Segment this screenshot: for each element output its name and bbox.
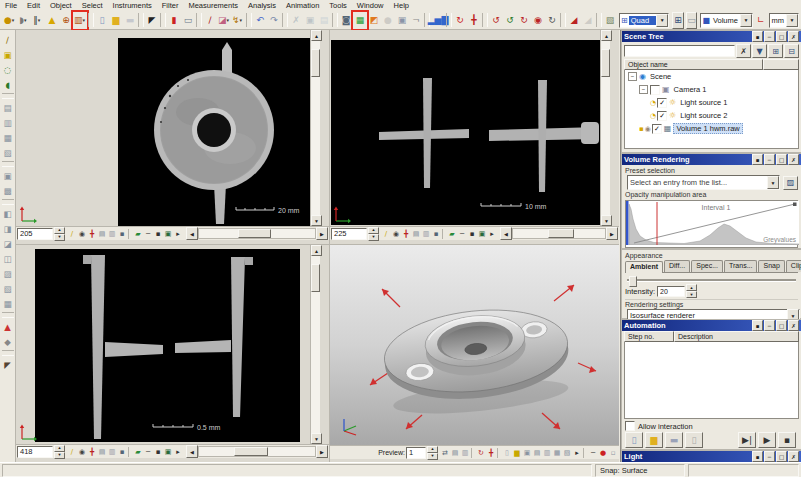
- dropdown-arrow-icon[interactable]: ▾: [83, 17, 86, 23]
- slice-index-field[interactable]: 225: [331, 228, 367, 240]
- rotate-x-icon[interactable]: ↺: [489, 12, 503, 29]
- overlay-dark-icon[interactable]: ▪: [153, 228, 163, 239]
- clear-filter-icon[interactable]: ✗: [736, 44, 751, 58]
- clip-more-icon[interactable]: ▸: [572, 447, 582, 458]
- scroll-track[interactable]: [311, 41, 320, 215]
- slice-canvas-area[interactable]: 0.5 mm ▲ ▼: [16, 245, 320, 444]
- roi-invert-icon[interactable]: ▨: [0, 266, 15, 281]
- roi-mask-icon[interactable]: ▣: [0, 168, 15, 183]
- unit-combo[interactable]: mm ▼: [769, 13, 800, 28]
- scene-tree-minimize-button[interactable]: ─: [764, 31, 775, 42]
- view-sheet2-icon[interactable]: ▥: [460, 447, 470, 458]
- slice-scrollbar[interactable]: ◀ ▶: [186, 228, 328, 239]
- histogram-icon[interactable]: ▂▅▇: [431, 12, 445, 29]
- scroll-track[interactable]: [601, 41, 610, 215]
- slice-pan-icon[interactable]: ╋: [87, 228, 97, 239]
- menu-select[interactable]: Select: [77, 1, 108, 10]
- tab-trans[interactable]: Trans...: [724, 260, 757, 272]
- draw-line-icon[interactable]: ∕: [203, 12, 217, 29]
- scroll-down-icon[interactable]: ▼: [311, 433, 322, 444]
- rotate-free-icon[interactable]: ↻: [545, 12, 559, 29]
- step-forward-icon[interactable]: ▶|: [738, 432, 756, 448]
- menu-filter[interactable]: Filter: [157, 1, 184, 10]
- automation-open-icon[interactable]: ▆: [645, 432, 663, 448]
- undo-icon[interactable]: ↶: [253, 12, 267, 29]
- slice-prev-icon[interactable]: ▤: [411, 228, 421, 239]
- volume-rendering-pin-button[interactable]: ▪: [752, 154, 763, 165]
- allow-interaction-checkbox[interactable]: [625, 421, 635, 431]
- vertical-splitter[interactable]: [329, 30, 330, 462]
- overlay-dark-icon[interactable]: ▪: [153, 446, 163, 457]
- roi-dilate-icon[interactable]: ◨: [0, 221, 15, 236]
- menu-tools[interactable]: Tools: [324, 1, 352, 10]
- clip-folder-icon[interactable]: ▆: [512, 447, 522, 458]
- 3d-canvas[interactable]: [330, 245, 619, 445]
- scene-tree-pin-button[interactable]: ▪: [752, 31, 763, 42]
- rotate-view-icon[interactable]: ◉: [531, 12, 545, 29]
- region-split-icon[interactable]: ▥: [0, 115, 15, 130]
- menu-instruments[interactable]: Instruments: [108, 1, 157, 10]
- view-pan-icon[interactable]: ╋: [486, 447, 496, 458]
- scroll-thumb[interactable]: [238, 229, 270, 238]
- menu-window[interactable]: Window: [352, 1, 389, 10]
- slice-pen-icon[interactable]: ∕: [67, 228, 77, 239]
- automation-titlebar[interactable]: Automation ▪─□✗: [622, 320, 801, 331]
- snapshot-icon[interactable]: ▣: [395, 12, 409, 29]
- scroll-down-icon[interactable]: ▼: [601, 215, 612, 226]
- note-icon[interactable]: ▭: [181, 12, 195, 29]
- slice-target-icon[interactable]: ◉: [77, 228, 87, 239]
- bookmark-icon[interactable]: ▮: [167, 12, 181, 29]
- sphere-view-icon[interactable]: ●: [381, 12, 395, 29]
- tree-expander-icon[interactable]: −: [639, 85, 648, 94]
- scroll-up-icon[interactable]: ▲: [601, 30, 612, 41]
- intensity-field[interactable]: 20: [657, 286, 685, 297]
- object-name-column[interactable]: Object name: [624, 59, 763, 70]
- view-layout-combo[interactable]: ⊞ Quad ▼: [619, 13, 669, 28]
- slice-pen-icon[interactable]: ∕: [67, 446, 77, 457]
- overlay-dark-icon[interactable]: ▪: [467, 228, 477, 239]
- slice-index-field[interactable]: 205: [17, 228, 53, 240]
- vertical-scrollbar[interactable]: ▲ ▼: [310, 245, 320, 444]
- tree-item-camera-1[interactable]: −▣Camera 1: [625, 83, 798, 96]
- roi-close-icon[interactable]: ◫: [0, 251, 15, 266]
- tree-expander-icon[interactable]: −: [628, 72, 637, 81]
- magic-wand-icon[interactable]: ↯▾: [231, 12, 245, 29]
- scroll-up-icon[interactable]: ▲: [311, 30, 322, 41]
- vertical-scrollbar[interactable]: ▲ ▼: [600, 30, 610, 226]
- scene-tree-maximize-button[interactable]: □: [776, 31, 787, 42]
- region-merge-icon[interactable]: ▦: [0, 130, 15, 145]
- clip-page1-icon[interactable]: ▯: [502, 447, 512, 458]
- annotation-tool-icon[interactable]: ◗▾: [17, 12, 31, 29]
- anim-line-icon[interactable]: ─: [588, 447, 598, 458]
- automation-minimize-button[interactable]: ─: [764, 320, 775, 331]
- slice-pan-icon[interactable]: ╋: [401, 228, 411, 239]
- hand-tool-icon[interactable]: ◤: [0, 357, 15, 372]
- stop-icon[interactable]: ▪: [778, 432, 796, 448]
- preset-options-button[interactable]: ▨: [783, 176, 798, 190]
- ct-slice-tool-icon[interactable]: ▥▾: [73, 12, 87, 29]
- menu-analysis[interactable]: Analysis: [243, 1, 281, 10]
- settings-wrench-icon[interactable]: ¬: [409, 12, 423, 29]
- overlay-line-icon[interactable]: ─: [457, 228, 467, 239]
- paste-icon[interactable]: ▤: [317, 12, 331, 29]
- tab-ambient[interactable]: Ambient: [625, 261, 663, 273]
- cut-icon[interactable]: ✗: [289, 12, 303, 29]
- step-no-column[interactable]: Step no.: [624, 331, 674, 342]
- overlay-green-icon[interactable]: ▣: [163, 446, 173, 457]
- slice-spinner[interactable]: ▲▼: [368, 227, 379, 241]
- visibility-checkbox[interactable]: [650, 85, 660, 95]
- ruler-icon[interactable]: ▲: [45, 12, 59, 29]
- slice-spinner[interactable]: ▲▼: [54, 227, 65, 241]
- slice-pan-icon[interactable]: ╋: [87, 446, 97, 457]
- tree-item-light-source-1[interactable]: ◔✓☼Light source 1: [625, 96, 798, 109]
- clip-inactive-icon[interactable]: ◢: [581, 12, 595, 29]
- slice-person-icon[interactable]: ▪: [431, 228, 441, 239]
- clip-box4-icon[interactable]: ▦: [552, 447, 562, 458]
- strip-more-icon[interactable]: ▸: [487, 228, 497, 239]
- select-cursor-icon[interactable]: ◤: [145, 12, 159, 29]
- slice-image-front-view[interactable]: 10 mm: [331, 40, 609, 225]
- overlay-green-icon[interactable]: ▣: [477, 228, 487, 239]
- clip-box3-icon[interactable]: ▥: [542, 447, 552, 458]
- slice-image-top-view[interactable]: 20 mm: [118, 38, 310, 226]
- slice-prev-icon[interactable]: ▤: [97, 446, 107, 457]
